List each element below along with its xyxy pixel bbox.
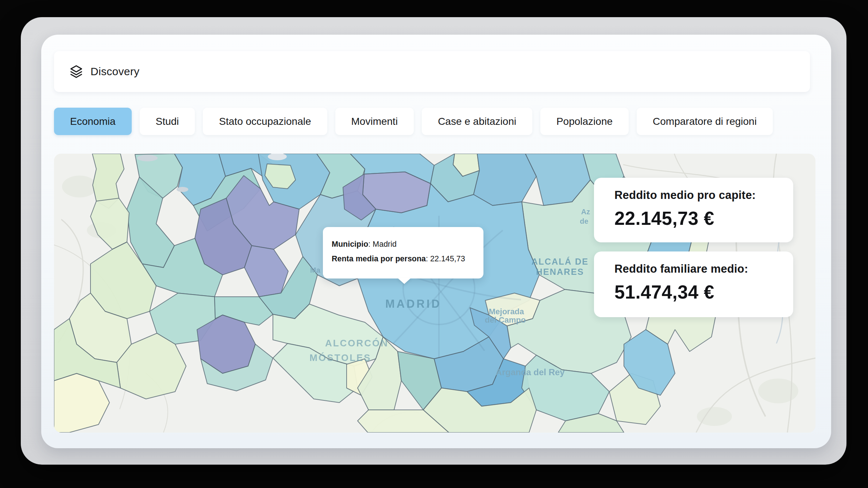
tooltip-renta-label: Renta media por persona	[332, 254, 426, 263]
app-header: Discovery	[54, 51, 810, 92]
stat-value: 51.474,34 €	[614, 281, 786, 303]
tooltip-renta-row: Renta media por persona: 22.145,73	[332, 251, 483, 266]
stat-label: Reddito familiare medio:	[614, 262, 786, 276]
tab-popolazione[interactable]: Popolazione	[540, 108, 629, 135]
label-mostoles: MÓSTOLES	[309, 352, 371, 363]
tab-comparatore-regioni[interactable]: Comparatore di regioni	[637, 108, 773, 135]
choropleth-map[interactable]: MADRID ALCORCÓN MÓSTOLES ALCALÁ DE HENAR…	[54, 154, 815, 433]
tab-movimenti[interactable]: Movimenti	[335, 108, 414, 135]
tooltip-municipio-label: Municipio	[332, 240, 368, 249]
stat-value: 22.145,73 €	[614, 208, 786, 229]
label-partial-de: de	[580, 217, 588, 225]
tab-stato-occupazionale[interactable]: Stato occupazionale	[203, 108, 327, 135]
tab-studi[interactable]: Studi	[140, 108, 195, 135]
tab-case-abitazioni[interactable]: Case e abitazioni	[422, 108, 532, 135]
tooltip-renta-value: : 22.145,73	[426, 254, 465, 263]
tooltip-municipio-row: Municipio: Madrid	[332, 237, 483, 251]
map-tooltip: Municipio: Madrid Renta media por person…	[323, 227, 483, 278]
label-madrid: MADRID	[385, 297, 441, 310]
label-mejorada-line2: del Campo	[485, 315, 526, 324]
layers-icon	[69, 65, 83, 78]
label-partial-az: Az	[581, 208, 590, 216]
device-frame: Discovery Economia Studi Stato occupazio…	[21, 17, 846, 465]
stat-label: Reddito medio pro capite:	[614, 189, 786, 202]
app-window: Discovery Economia Studi Stato occupazio…	[41, 35, 831, 448]
page-title: Discovery	[90, 65, 139, 78]
label-partial-ma: Ma	[310, 266, 321, 274]
label-mejorada-line1: Mejorada	[489, 307, 524, 316]
label-alcala-line1: ALCALÁ DE	[532, 257, 589, 266]
label-alcorcon: ALCORCÓN	[325, 338, 389, 349]
category-tabs: Economia Studi Stato occupazionale Movim…	[54, 108, 817, 135]
label-arganda: Arganda del Rey	[495, 367, 565, 377]
stat-card-reddito-pro-capite: Reddito medio pro capite: 22.145,73 €	[594, 178, 793, 242]
tab-economia[interactable]: Economia	[54, 108, 132, 135]
stat-card-reddito-familiare: Reddito familiare medio: 51.474,34 €	[594, 251, 793, 317]
tooltip-municipio-value: : Madrid	[368, 240, 397, 249]
label-alcala-line2: HENARES	[536, 267, 584, 277]
